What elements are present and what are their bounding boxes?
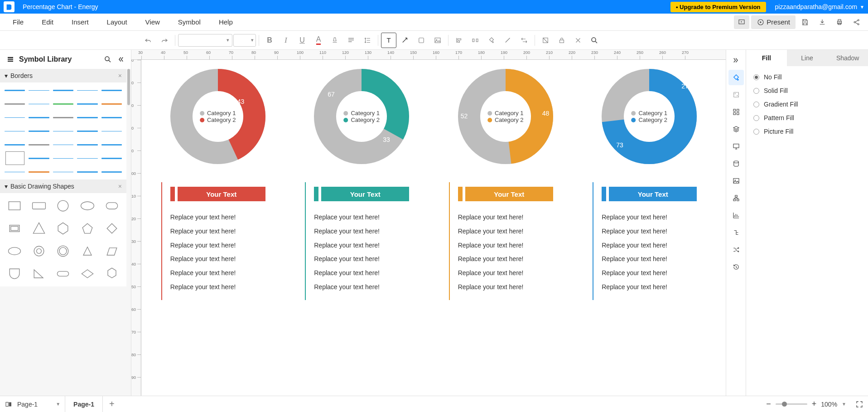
border-item[interactable] — [5, 168, 25, 176]
shape-item[interactable] — [77, 198, 97, 214]
shape-item[interactable] — [102, 243, 122, 259]
slideshow-button[interactable] — [734, 15, 749, 29]
share-button[interactable] — [849, 15, 864, 29]
library-search-icon[interactable] — [104, 55, 112, 63]
distribute-button[interactable] — [468, 33, 483, 48]
border-item[interactable] — [77, 141, 97, 149]
data-tool-icon[interactable] — [728, 156, 744, 171]
fill-tool-icon[interactable] — [728, 70, 744, 85]
shape-item[interactable] — [29, 220, 49, 237]
crop-button[interactable] — [538, 33, 553, 48]
arrange-button[interactable] — [516, 33, 532, 48]
fill-option[interactable]: Gradient Fill — [753, 101, 861, 108]
menu-insert[interactable]: Insert — [63, 18, 98, 26]
shape-item[interactable] — [29, 243, 49, 259]
shape-item[interactable] — [29, 198, 49, 214]
canvas-page[interactable]: Category 1 Category 243 Category 1 Categ… — [141, 60, 726, 396]
picture-tool-icon[interactable] — [728, 173, 744, 189]
section-shapes[interactable]: ▾Basic Drawing Shapes× — [0, 179, 126, 193]
border-item[interactable] — [29, 100, 49, 108]
download-button[interactable] — [815, 15, 830, 29]
border-item[interactable] — [29, 113, 49, 121]
text-column[interactable]: Your TextReplace your text here!Replace … — [170, 187, 265, 294]
menu-file[interactable]: File — [4, 18, 33, 26]
border-item[interactable] — [53, 127, 73, 135]
close-section-icon[interactable]: × — [118, 183, 122, 190]
tools-button[interactable] — [570, 33, 586, 48]
shape-item[interactable] — [53, 266, 73, 282]
undo-button[interactable] — [140, 33, 156, 48]
save-button[interactable] — [797, 15, 813, 29]
highlight-button[interactable] — [327, 33, 342, 48]
text-column[interactable]: Your TextReplace your text here!Replace … — [314, 187, 409, 294]
redo-button[interactable] — [157, 33, 172, 48]
zoom-in-button[interactable]: + — [812, 399, 817, 409]
menu-symbol[interactable]: Symbol — [169, 18, 210, 26]
donut-chart[interactable]: Category 1 Category 25248 — [458, 69, 553, 164]
zoom-slider[interactable] — [776, 403, 807, 405]
print-button[interactable] — [832, 15, 847, 29]
border-item[interactable] — [53, 86, 73, 94]
fill-color-button[interactable] — [484, 33, 499, 48]
border-item[interactable] — [5, 86, 25, 94]
shape-item[interactable] — [77, 266, 97, 282]
image-button[interactable] — [430, 33, 445, 48]
border-item[interactable] — [101, 100, 122, 108]
lock-button[interactable] — [554, 33, 569, 48]
fill-option[interactable]: Solid Fill — [753, 87, 861, 94]
border-item[interactable] — [77, 113, 97, 121]
history-tool-icon[interactable] — [728, 259, 744, 275]
text-column[interactable]: Your TextReplace your text here!Replace … — [602, 187, 697, 294]
border-item[interactable] — [29, 154, 49, 162]
page-select[interactable]: Page-1 ▼ — [13, 401, 65, 408]
expand-panel-icon[interactable] — [728, 53, 744, 68]
border-item[interactable] — [101, 141, 122, 149]
border-item[interactable] — [101, 168, 122, 176]
shape-item[interactable] — [53, 243, 73, 259]
link-tool-icon[interactable] — [728, 225, 744, 240]
shape-item[interactable] — [102, 220, 122, 237]
menu-view[interactable]: View — [136, 18, 169, 26]
zoom-out-button[interactable]: − — [766, 399, 771, 409]
border-item[interactable] — [53, 113, 73, 121]
fill-option[interactable]: No Fill — [753, 73, 861, 81]
underline-button[interactable]: U — [294, 33, 310, 48]
font-family-select[interactable]: ▾ — [178, 34, 232, 47]
fill-option[interactable]: Pattern Fill — [753, 114, 861, 121]
border-item[interactable] — [29, 168, 49, 176]
text-tool-button[interactable]: T — [381, 33, 396, 48]
font-size-select[interactable]: ▾ — [233, 34, 256, 47]
shape-item[interactable] — [102, 198, 122, 214]
align-button[interactable] — [343, 33, 359, 48]
shape-item[interactable] — [29, 266, 49, 282]
present-button[interactable]: Present — [751, 15, 796, 29]
border-item[interactable] — [5, 127, 25, 135]
shape-item[interactable] — [77, 243, 97, 259]
presentation-tool-icon[interactable] — [728, 139, 744, 154]
shuffle-tool-icon[interactable] — [728, 242, 744, 257]
border-item[interactable] — [5, 113, 25, 121]
menu-help[interactable]: Help — [210, 18, 242, 26]
border-item[interactable] — [101, 127, 122, 135]
border-item[interactable] — [77, 86, 97, 94]
grid-tool-icon[interactable] — [728, 104, 744, 120]
border-item[interactable] — [101, 113, 122, 121]
italic-button[interactable]: I — [278, 33, 294, 48]
donut-chart[interactable]: Category 1 Category 26733 — [314, 69, 409, 164]
border-item[interactable] — [101, 86, 122, 94]
border-item[interactable] — [77, 168, 97, 176]
collapse-sidebar-icon[interactable] — [116, 55, 125, 63]
shape-item[interactable] — [5, 198, 24, 214]
border-item[interactable] — [77, 127, 97, 135]
section-borders[interactable]: ▾Borders× — [0, 69, 126, 82]
add-page-button[interactable]: + — [103, 399, 121, 409]
border-item[interactable] — [77, 154, 97, 162]
donut-chart[interactable]: Category 1 Category 243 — [170, 69, 265, 164]
border-item[interactable] — [29, 86, 49, 94]
shape-item[interactable] — [5, 220, 24, 237]
donut-chart[interactable]: Category 1 Category 22773 — [602, 69, 697, 164]
menu-layout[interactable]: Layout — [98, 18, 136, 26]
border-item[interactable] — [101, 154, 122, 162]
close-section-icon[interactable]: × — [118, 72, 122, 79]
shape-item[interactable] — [102, 266, 122, 282]
